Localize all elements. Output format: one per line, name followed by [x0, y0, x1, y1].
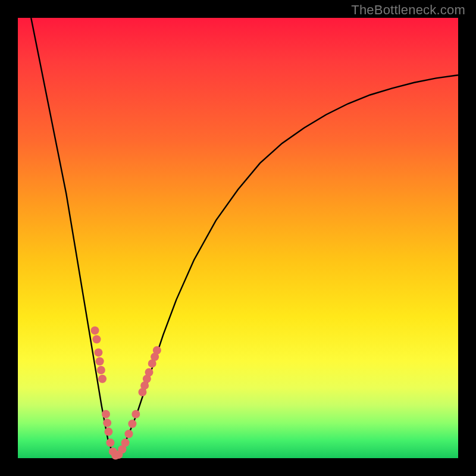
curve-marker	[121, 439, 130, 447]
curve-svg	[18, 18, 458, 458]
plot-area	[18, 18, 458, 458]
curve-marker	[94, 348, 102, 356]
curve-marker	[102, 410, 110, 418]
curve-marker	[124, 430, 133, 438]
curve-marker	[106, 439, 114, 447]
curve-marker	[104, 428, 112, 436]
curve-marker	[98, 375, 107, 383]
curve-marker	[128, 419, 136, 428]
curve-marker	[153, 346, 161, 355]
bottleneck-curve	[31, 18, 458, 458]
chart-frame: TheBottleneck.com	[0, 0, 476, 476]
curve-marker	[103, 419, 111, 427]
curve-marker	[145, 368, 154, 377]
curve-markers	[91, 326, 161, 459]
watermark-text: TheBottleneck.com	[351, 2, 465, 18]
curve-marker	[131, 410, 140, 418]
curve-marker	[97, 366, 105, 374]
curve-marker	[96, 357, 104, 365]
curve-marker	[92, 335, 101, 343]
curve-marker	[91, 326, 99, 334]
